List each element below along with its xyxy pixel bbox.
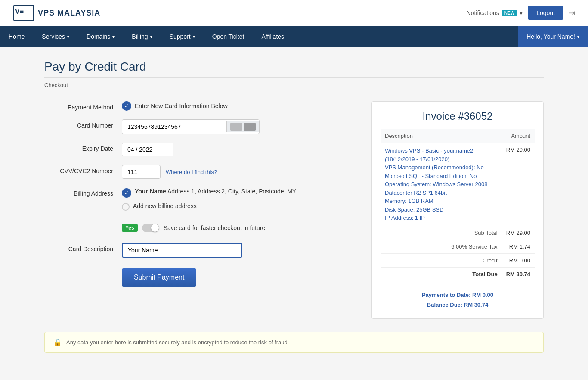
submit-label-empty bbox=[44, 266, 122, 269]
balance-due-value: RM 30.74 bbox=[464, 302, 488, 308]
expiry-label: Expiry Date bbox=[44, 143, 122, 152]
form-section: Payment Method ✓ Enter New Card Informat… bbox=[44, 101, 359, 295]
nav-billing-label: Billing bbox=[132, 33, 148, 40]
nav-domains[interactable]: Domains ▾ bbox=[78, 26, 123, 47]
notifications-button[interactable]: Notifications NEW ▾ bbox=[467, 9, 523, 16]
nav-open-ticket[interactable]: Open Ticket bbox=[204, 26, 253, 47]
credit-row: Credit RM 0.00 bbox=[381, 253, 535, 267]
billing-existing-text: Your Name Address 1, Address 2, City, St… bbox=[135, 187, 296, 196]
cvv-input-row: Where do I find this? bbox=[122, 165, 359, 179]
card-number-label: Card Number bbox=[44, 119, 122, 129]
exit-icon[interactable]: ⇥ bbox=[569, 8, 575, 18]
nav-support-label: Support bbox=[170, 33, 191, 40]
expiry-input[interactable] bbox=[122, 143, 173, 156]
invoice-row-1: Windows VPS - Basic - your.name2 (18/12/… bbox=[381, 143, 535, 226]
payment-method-check-icon: ✓ bbox=[122, 101, 131, 111]
payment-method-text: Enter New Card Information Below bbox=[135, 103, 228, 109]
card-desc-label: Card Description bbox=[44, 243, 122, 252]
credit-label: Credit bbox=[381, 253, 502, 267]
nav-bar: Home Services ▾ Domains ▾ Billing ▾ Supp… bbox=[0, 26, 588, 47]
nav-domains-label: Domains bbox=[87, 33, 110, 40]
save-card-label-empty bbox=[44, 224, 122, 226]
page-title: Pay by Credit Card bbox=[44, 60, 544, 74]
card-desc-row: Card Description bbox=[44, 243, 359, 258]
total-label: Total Due bbox=[381, 267, 502, 281]
tax-label: 6.00% Service Tax bbox=[381, 240, 502, 253]
billing-caret-icon: ▾ bbox=[150, 34, 152, 39]
billing-address-row: Billing Address ✓ Your Name Address 1, A… bbox=[44, 187, 359, 215]
billing-new-radio[interactable] bbox=[122, 203, 130, 211]
balance-due-label: Balance Due: bbox=[427, 302, 462, 308]
security-notice: 🔒 Any data you enter here is submitted s… bbox=[44, 332, 544, 353]
breadcrumb: Checkout bbox=[44, 82, 544, 88]
nav-user-button[interactable]: Hello, Your Name! ▾ bbox=[518, 26, 588, 47]
toggle-yes-label: Yes bbox=[122, 224, 138, 232]
subtotal-row: Sub Total RM 29.00 bbox=[381, 226, 535, 240]
invoice-table: Description Amount Windows VPS - Basic -… bbox=[381, 129, 535, 281]
support-caret-icon: ▾ bbox=[193, 34, 195, 39]
top-header: V≡ VPS MALAYSIA Notifications NEW ▾ Logo… bbox=[0, 0, 588, 26]
expiry-row: Expiry Date bbox=[44, 143, 359, 156]
invoice-description: Windows VPS - Basic - your.name2 (18/12/… bbox=[381, 143, 502, 226]
payment-method-row: Payment Method ✓ Enter New Card Informat… bbox=[44, 101, 359, 111]
tax-value: RM 1.74 bbox=[502, 240, 535, 253]
subtotal-value: RM 29.00 bbox=[502, 226, 535, 240]
billing-address: Address 1, Address 2, City, State, Postc… bbox=[167, 188, 296, 195]
submit-control: Submit Payment bbox=[122, 266, 359, 287]
invoice-amount: RM 29.00 bbox=[502, 143, 535, 226]
save-card-row-wrapper: Yes Save card for faster checkout in fut… bbox=[44, 224, 359, 234]
logo-text: VPS MALAYSIA bbox=[38, 9, 100, 18]
card-desc-input[interactable] bbox=[122, 243, 242, 258]
invoice-footer: Payments to Date: RM 0.00 Balance Due: R… bbox=[381, 290, 535, 310]
save-card-toggle[interactable] bbox=[142, 224, 159, 232]
lock-icon: 🔒 bbox=[53, 338, 62, 346]
tax-row: 6.00% Service Tax RM 1.74 bbox=[381, 240, 535, 253]
payment-method-control: ✓ Enter New Card Information Below bbox=[122, 101, 359, 111]
col-description: Description bbox=[381, 129, 502, 143]
logo-icon: V≡ bbox=[13, 4, 34, 22]
logo-area: V≡ VPS MALAYSIA bbox=[13, 4, 100, 22]
save-card-control: Yes Save card for faster checkout in fut… bbox=[122, 224, 359, 234]
payment-method-selected: ✓ Enter New Card Information Below bbox=[122, 101, 359, 111]
submit-row: Submit Payment bbox=[44, 266, 359, 287]
nav-items: Home Services ▾ Domains ▾ Billing ▾ Supp… bbox=[0, 26, 518, 47]
logout-button[interactable]: Logout bbox=[528, 6, 563, 20]
notifications-label: Notifications bbox=[467, 9, 499, 16]
content-area: Payment Method ✓ Enter New Card Informat… bbox=[44, 101, 544, 319]
billing-new-label: Add new billing address bbox=[133, 202, 197, 211]
billing-name: Your Name bbox=[135, 188, 166, 195]
user-caret-icon: ▾ bbox=[577, 34, 579, 39]
nav-home[interactable]: Home bbox=[0, 26, 33, 47]
header-right: Notifications NEW ▾ Logout ⇥ bbox=[467, 6, 575, 20]
payments-to-date: Payments to Date: RM 0.00 bbox=[381, 290, 535, 300]
page-divider bbox=[44, 77, 544, 78]
card-number-row: Card Number bbox=[44, 119, 359, 134]
main-content: Pay by Credit Card Checkout Payment Meth… bbox=[36, 47, 552, 366]
billing-address-control: ✓ Your Name Address 1, Address 2, City, … bbox=[122, 187, 359, 215]
card-desc-control bbox=[122, 243, 359, 258]
domains-caret-icon: ▾ bbox=[112, 34, 115, 39]
cvv-label: CVV/CVC2 Number bbox=[44, 165, 122, 174]
nav-billing[interactable]: Billing ▾ bbox=[123, 26, 161, 47]
cvv-row: CVV/CVC2 Number Where do I find this? bbox=[44, 165, 359, 179]
nav-affiliates[interactable]: Affiliates bbox=[253, 26, 293, 47]
billing-selected-icon: ✓ bbox=[122, 188, 131, 198]
services-caret-icon: ▾ bbox=[67, 34, 69, 39]
payments-to-date-label: Payments to Date: bbox=[422, 292, 470, 298]
card-number-input[interactable] bbox=[122, 120, 226, 134]
nav-services[interactable]: Services ▾ bbox=[33, 26, 78, 47]
invoice-title: Invoice #36052 bbox=[381, 110, 535, 122]
nav-support[interactable]: Support ▾ bbox=[161, 26, 204, 47]
nav-home-label: Home bbox=[9, 33, 25, 40]
nav-open-ticket-label: Open Ticket bbox=[212, 33, 244, 40]
submit-button[interactable]: Submit Payment bbox=[122, 268, 196, 287]
billing-option-new[interactable]: Add new billing address bbox=[122, 202, 359, 211]
nav-affiliates-label: Affiliates bbox=[261, 33, 284, 40]
card-number-field-wrapper bbox=[122, 119, 260, 134]
mastercard-icon bbox=[244, 123, 256, 131]
col-amount: Amount bbox=[502, 129, 535, 143]
total-value: RM 30.74 bbox=[502, 267, 535, 281]
card-icons bbox=[226, 121, 259, 132]
cvv-input[interactable] bbox=[122, 165, 161, 179]
find-cvv-link[interactable]: Where do I find this? bbox=[166, 169, 217, 175]
